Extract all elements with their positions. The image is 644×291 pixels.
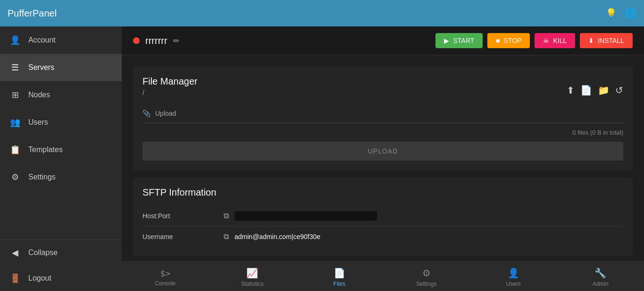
sidebar: 👤 Account ☰ Servers ⊞ Nodes 👥 Users 📋 Te…: [0, 26, 122, 291]
server-name: rrrrrrr: [145, 35, 167, 46]
sidebar-item-logout[interactable]: 🚪 Logout: [0, 265, 122, 291]
logout-icon: 🚪: [9, 273, 21, 283]
stop-square-icon: ■: [496, 37, 500, 44]
start-play-icon: ▶: [444, 37, 449, 44]
bottom-tab-bar: $> Console 📈 Statistics 📄 Files ⚙ Settin…: [122, 261, 644, 291]
sftp-title: SFTP Information: [142, 187, 623, 198]
sidebar-item-settings[interactable]: ⚙ Settings: [0, 163, 122, 191]
sftp-row-host: Host:Port ⧉ ████████████████████████: [142, 205, 623, 227]
install-download-icon: ⬇: [588, 37, 594, 44]
start-button[interactable]: ▶ START: [435, 33, 483, 48]
app-title: PufferPanel: [8, 8, 57, 19]
main-content: File Manager / ⬆ 📄 📁 ↺ 📎 Upload 0 files …: [122, 55, 644, 261]
main-layout: 👤 Account ☰ Servers ⊞ Nodes 👥 Users 📋 Te…: [0, 26, 644, 291]
kill-skull-icon: ☠: [543, 37, 549, 44]
sidebar-item-label-collapse: Collapse: [28, 248, 58, 257]
server-header: rrrrrrr ✏ ▶ START ■ STOP ☠ KILL ⬇ I: [122, 26, 644, 55]
nodes-icon: ⊞: [9, 90, 21, 100]
stop-label: STOP: [504, 37, 522, 44]
content-area: rrrrrrr ✏ ▶ START ■ STOP ☠ KILL ⬇ I: [122, 26, 644, 291]
sidebar-item-users[interactable]: 👥 Users: [0, 109, 122, 136]
start-label: START: [453, 37, 474, 44]
tab-users-icon: 👤: [508, 267, 519, 279]
tab-files-label: Files: [334, 281, 345, 287]
sftp-host-copy-icon[interactable]: ⧉: [224, 212, 229, 220]
servers-icon: ☰: [9, 62, 21, 73]
collapse-icon: ◀: [9, 248, 21, 258]
console-icon: $>: [160, 268, 170, 278]
tab-files[interactable]: 📄 Files: [320, 265, 358, 289]
sidebar-item-templates[interactable]: 📋 Templates: [0, 136, 122, 163]
stop-button[interactable]: ■ STOP: [487, 33, 530, 48]
tab-admin[interactable]: 🔧 Admin: [582, 265, 619, 289]
sidebar-item-label-users: Users: [28, 118, 48, 127]
file-manager-title: File Manager: [142, 76, 198, 87]
tab-settings-label: Settings: [416, 281, 436, 287]
sidebar-bottom: ◀ Collapse 🚪 Logout: [0, 240, 122, 291]
sftp-host-value: ████████████████████████: [234, 211, 377, 221]
users-icon: 👥: [9, 117, 21, 128]
files-icon: 📄: [334, 267, 345, 279]
fm-new-folder-icon[interactable]: 📁: [598, 85, 610, 96]
templates-icon: 📋: [9, 145, 21, 155]
sidebar-item-label-templates: Templates: [28, 146, 63, 154]
tab-users[interactable]: 👤 Users: [494, 265, 532, 289]
sftp-username-label: Username: [142, 233, 218, 240]
tab-console-label: Console: [155, 280, 176, 287]
globe-icon[interactable]: 🌐: [625, 8, 636, 19]
server-name-area: rrrrrrr ✏: [133, 35, 179, 46]
kill-button[interactable]: ☠ KILL: [535, 33, 575, 48]
sftp-row-username: Username ⧉ admin@admin.com|ce90f30e: [142, 227, 623, 247]
tab-settings[interactable]: ⚙ Settings: [408, 265, 445, 289]
fm-header: File Manager / ⬆ 📄 📁 ↺: [142, 76, 623, 104]
sidebar-item-label-nodes: Nodes: [28, 91, 50, 99]
sftp-username-copy-icon[interactable]: ⧉: [224, 232, 229, 241]
sidebar-item-collapse[interactable]: ◀ Collapse: [0, 240, 122, 265]
paperclip-icon: 📎: [142, 110, 151, 117]
settings-icon: ⚙: [9, 172, 21, 182]
files-count: 0 files (0 B in total): [142, 127, 623, 142]
tab-admin-icon: 🔧: [594, 267, 606, 279]
upload-button[interactable]: UPLOAD: [142, 142, 623, 161]
sftp-host-label: Host:Port: [142, 212, 218, 220]
fm-new-file-icon[interactable]: 📄: [580, 85, 592, 96]
edit-server-name-icon[interactable]: ✏: [173, 36, 179, 45]
fm-title-area: File Manager /: [142, 76, 198, 104]
fm-actions: ⬆ 📄 📁 ↺: [567, 85, 623, 96]
top-header: PufferPanel 💡 🌐: [0, 0, 644, 26]
fm-upload-icon[interactable]: ⬆: [567, 85, 575, 96]
sidebar-item-servers[interactable]: ☰ Servers: [0, 54, 122, 81]
sftp-section: SFTP Information Host:Port ⧉ ███████████…: [133, 178, 633, 256]
sidebar-item-account[interactable]: 👤 Account: [0, 26, 122, 54]
status-dot: [133, 37, 140, 44]
light-icon[interactable]: 💡: [605, 8, 617, 19]
kill-label: KILL: [553, 37, 567, 44]
upload-area[interactable]: 📎 Upload: [142, 110, 623, 123]
sidebar-item-label-logout: Logout: [28, 274, 51, 282]
install-button[interactable]: ⬇ INSTALL: [580, 33, 633, 48]
install-label: INSTALL: [598, 37, 624, 44]
tab-statistics-label: Statistics: [241, 281, 264, 287]
upload-label: Upload: [155, 110, 176, 117]
sidebar-nav: 👤 Account ☰ Servers ⊞ Nodes 👥 Users 📋 Te…: [0, 26, 122, 240]
tab-admin-label: Admin: [593, 281, 609, 287]
account-icon: 👤: [9, 35, 21, 45]
sftp-username-value: admin@admin.com|ce90f30e: [234, 233, 320, 240]
sidebar-item-nodes[interactable]: ⊞ Nodes: [0, 81, 122, 109]
sidebar-item-label-servers: Servers: [28, 63, 54, 72]
file-manager-path: /: [142, 89, 198, 96]
sidebar-item-label-account: Account: [28, 36, 56, 44]
fm-refresh-icon[interactable]: ↺: [615, 85, 623, 96]
tab-console[interactable]: $> Console: [146, 266, 184, 289]
tab-statistics[interactable]: 📈 Statistics: [234, 265, 271, 289]
tab-users-label: Users: [506, 281, 521, 287]
statistics-icon: 📈: [246, 267, 258, 279]
tab-settings-icon: ⚙: [422, 267, 431, 279]
sidebar-item-label-settings: Settings: [28, 173, 56, 181]
header-icons: 💡 🌐: [605, 8, 636, 19]
server-actions: ▶ START ■ STOP ☠ KILL ⬇ INSTALL: [435, 33, 633, 48]
file-manager-section: File Manager / ⬆ 📄 📁 ↺ 📎 Upload 0 files …: [133, 67, 633, 170]
